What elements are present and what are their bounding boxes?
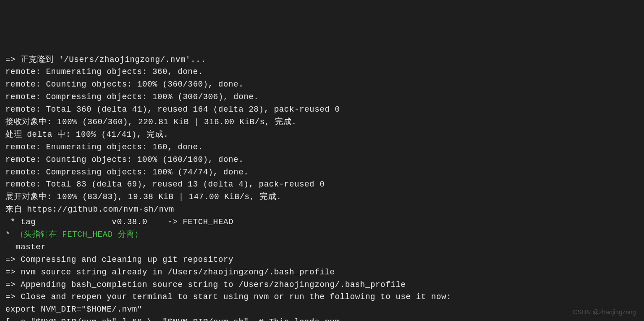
terminal-line: * tag v0.38.0 -> FETCH_HEAD [5, 216, 639, 229]
terminal-line: 展开对象中: 100% (83/83), 19.38 KiB | 147.00 … [5, 191, 639, 204]
terminal-line: 处理 delta 中: 100% (41/41), 完成. [5, 129, 639, 141]
terminal-line: remote: Counting objects: 100% (160/160)… [5, 154, 639, 166]
terminal-line: 接收对象中: 100% (360/360), 220.81 KiB | 316.… [5, 116, 639, 129]
terminal-line: remote: Total 360 (delta 41), reused 164… [5, 104, 639, 116]
terminal-line: remote: Enumerating objects: 160, done. [5, 141, 639, 154]
terminal-output: => 正克隆到 '/Users/zhaojingzong/.nvm'...rem… [5, 54, 639, 321]
terminal-line: => Appending bash_completion source stri… [5, 279, 639, 291]
terminal-line: => 正克隆到 '/Users/zhaojingzong/.nvm'... [5, 54, 639, 66]
terminal-line: remote: Enumerating objects: 360, done. [5, 66, 639, 78]
terminal-line: remote: Counting objects: 100% (360/360)… [5, 78, 639, 91]
terminal-line: remote: Compressing objects: 100% (74/74… [5, 166, 639, 179]
terminal-line: 来自 https://github.com/nvm-sh/nvm [5, 204, 639, 216]
terminal-line: => Close and reopen your terminal to sta… [5, 291, 639, 304]
detached-head-line: * （头指针在 FETCH_HEAD 分离） [5, 229, 639, 241]
terminal-line: export NVM_DIR="$HOME/.nvm" [5, 304, 639, 316]
terminal-line: => Compressing and cleaning up git repos… [5, 254, 639, 266]
detached-prefix: * [5, 230, 16, 239]
terminal-line: master [5, 241, 639, 254]
watermark: CSDN @zhaojingzong [573, 308, 636, 317]
terminal-line: [ -s "$NVM_DIR/nvm.sh" ] && \. "$NVM_DIR… [5, 316, 639, 321]
terminal-line: remote: Compressing objects: 100% (306/3… [5, 91, 639, 104]
terminal-line: remote: Total 83 (delta 69), reused 13 (… [5, 178, 639, 191]
detached-head-status: （头指针在 FETCH_HEAD 分离） [16, 230, 143, 239]
terminal-line: => nvm source string already in /Users/z… [5, 266, 639, 279]
